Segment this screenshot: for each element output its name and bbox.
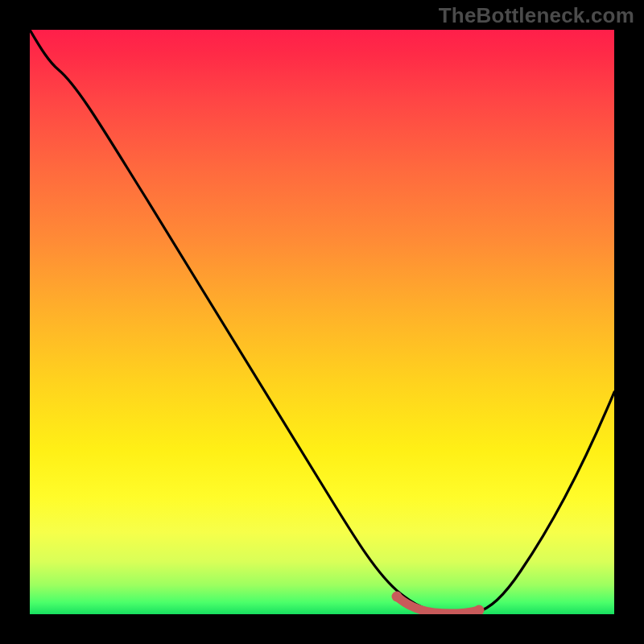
chart-frame: TheBottleneck.com xyxy=(0,0,644,644)
curve-svg xyxy=(30,30,614,614)
plot-area xyxy=(30,30,614,614)
highlight-dot-right xyxy=(474,605,485,615)
watermark-text: TheBottleneck.com xyxy=(439,3,634,28)
bottleneck-curve xyxy=(30,30,614,613)
highlight-dot-left xyxy=(392,592,402,602)
